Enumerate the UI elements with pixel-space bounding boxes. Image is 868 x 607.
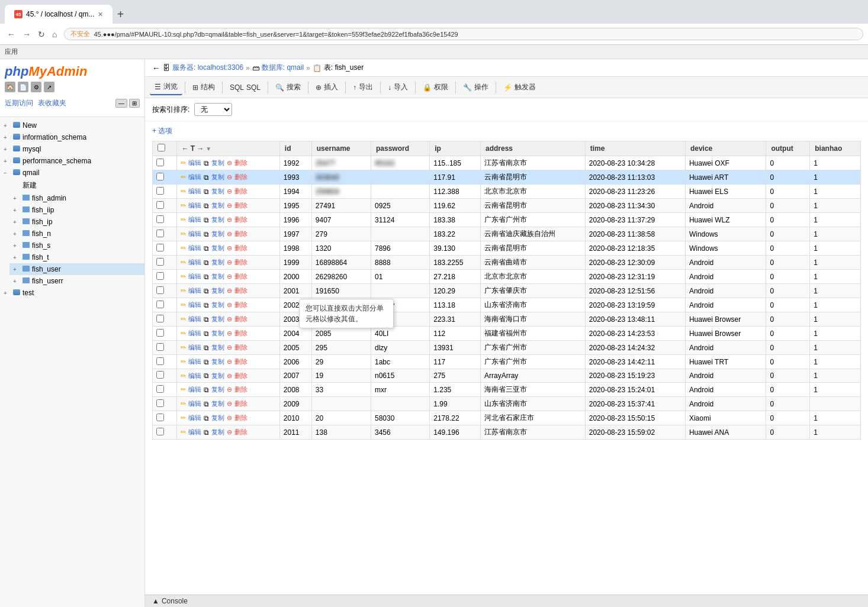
copy-button[interactable]: 复制 <box>210 159 226 167</box>
cell-password[interactable]: 01 <box>371 270 429 284</box>
tab-permissions-button[interactable]: 🔒 权限 <box>418 80 453 95</box>
cell-output[interactable]: 0 <box>766 341 810 355</box>
cell-id[interactable]: 2000 <box>279 270 311 284</box>
cell-bianhao[interactable] <box>810 397 861 411</box>
cell-address[interactable]: 云南省迪庆藏族自治州 <box>480 227 585 241</box>
cell-id[interactable]: 1998 <box>279 241 311 256</box>
cell-output[interactable]: 0 <box>766 298 810 312</box>
cell-bianhao[interactable]: 1 <box>810 355 861 369</box>
sidebar-item-fish-ip[interactable]: + fish_ip <box>9 216 144 228</box>
cell-password[interactable]: 31124 <box>371 213 429 227</box>
copy-button[interactable]: 复制 <box>210 173 226 182</box>
row-checkbox[interactable] <box>156 201 164 209</box>
cell-output[interactable]: 0 <box>766 170 810 185</box>
cell-bianhao[interactable]: 1 <box>810 213 861 227</box>
cell-id2[interactable]: 256804 <box>311 185 371 199</box>
cell-output[interactable]: 0 <box>766 425 810 440</box>
delete-button[interactable]: 删除 <box>233 399 249 408</box>
console-bar[interactable]: ▲ Console <box>145 595 868 607</box>
col-device[interactable]: device <box>685 141 766 156</box>
cell-id[interactable]: 2011 <box>279 425 311 440</box>
home-icon[interactable]: 🏠 <box>5 82 15 92</box>
cell-time[interactable]: 2020-08-23 14:42:11 <box>585 355 685 369</box>
col-id[interactable]: id <box>279 141 311 156</box>
cell-address[interactable]: 海南省三亚市 <box>480 383 585 397</box>
cell-password[interactable]: 95162 <box>371 156 429 170</box>
edit-button[interactable]: 编辑 <box>187 343 202 352</box>
col-ip[interactable]: ip <box>430 141 481 156</box>
row-checkbox[interactable] <box>156 399 164 407</box>
cell-output[interactable]: 0 <box>766 185 810 199</box>
cell-id2[interactable]: 9407 <box>311 213 371 227</box>
cell-output[interactable]: 0 <box>766 227 810 241</box>
cell-ip[interactable]: 13931 <box>430 341 481 355</box>
edit-button[interactable]: 编辑 <box>187 215 202 224</box>
cell-output[interactable]: 0 <box>766 256 810 270</box>
row-checkbox[interactable] <box>156 272 164 280</box>
row-checkbox[interactable] <box>156 187 164 195</box>
cell-address[interactable]: 云南省昆明市 <box>480 241 585 256</box>
cell-bianhao[interactable]: 1 <box>810 185 861 199</box>
col-address[interactable]: address <box>480 141 585 156</box>
row-checkbox[interactable] <box>156 230 164 237</box>
cell-password[interactable]: 0925 <box>371 199 429 213</box>
copy-button[interactable]: 复制 <box>210 201 226 210</box>
cell-device[interactable]: Huawei ART <box>685 170 766 185</box>
cell-output[interactable]: 0 <box>766 199 810 213</box>
delete-button[interactable]: 删除 <box>233 215 249 224</box>
edit-button[interactable]: 编辑 <box>187 301 202 309</box>
cell-address[interactable]: 山东省济南市 <box>480 298 585 312</box>
copy-button[interactable]: 复制 <box>210 272 226 281</box>
row-checkbox[interactable] <box>156 173 164 180</box>
cell-address[interactable]: 云南省昆明市 <box>480 199 585 213</box>
cell-id2[interactable]: 19 <box>311 369 371 383</box>
cell-ip[interactable]: 1.235 <box>430 383 481 397</box>
row-checkbox[interactable] <box>156 414 164 421</box>
copy-button[interactable]: 复制 <box>210 385 226 394</box>
cell-ip[interactable]: 112 <box>430 327 481 341</box>
docs-icon[interactable]: 📄 <box>18 82 28 92</box>
row-checkbox[interactable] <box>156 385 164 393</box>
cell-output[interactable]: 0 <box>766 397 810 411</box>
cell-device[interactable]: Android <box>685 341 766 355</box>
delete-button[interactable]: 删除 <box>233 272 249 281</box>
tab-operations-button[interactable]: 🔧 操作 <box>458 80 493 95</box>
copy-button[interactable]: 复制 <box>210 343 226 352</box>
cell-id2[interactable]: 191650 <box>311 284 371 298</box>
cell-password[interactable]: 1abc <box>371 355 429 369</box>
cell-address[interactable]: 北京市北京市 <box>480 270 585 284</box>
cell-password[interactable]: 3456 <box>371 425 429 440</box>
cell-ip[interactable]: 117.91 <box>430 170 481 185</box>
cell-device[interactable]: Windows <box>685 227 766 241</box>
cell-id2[interactable]: 20 <box>311 411 371 425</box>
cell-time[interactable]: 2020-08-23 11:34:30 <box>585 199 685 213</box>
tab-search-button[interactable]: 🔍 搜索 <box>271 80 306 95</box>
tab-insert-button[interactable]: ⊕ 插入 <box>311 80 343 95</box>
cell-time[interactable]: 2020-08-23 12:31:19 <box>585 270 685 284</box>
cell-ip[interactable]: 183.2255 <box>430 256 481 270</box>
delete-button[interactable]: 删除 <box>233 173 249 182</box>
copy-button[interactable]: 复制 <box>210 258 226 267</box>
edit-button[interactable]: 编辑 <box>187 414 202 422</box>
delete-button[interactable]: 删除 <box>233 258 249 267</box>
cell-address[interactable]: 河北省石家庄市 <box>480 411 585 425</box>
cell-ip[interactable]: 27.218 <box>430 270 481 284</box>
cell-id[interactable]: 1995 <box>279 199 311 213</box>
tab-import-button[interactable]: ↓ 导入 <box>383 80 413 95</box>
cell-time[interactable]: 2020-08-23 15:37:41 <box>585 397 685 411</box>
edit-button[interactable]: 编辑 <box>187 329 202 338</box>
sidebar-item-fish-admin[interactable]: + fish_admin <box>9 192 144 204</box>
cell-address[interactable]: 广东省广州市 <box>480 341 585 355</box>
cell-bianhao[interactable]: 1 <box>810 383 861 397</box>
cell-ip[interactable]: 117 <box>430 355 481 369</box>
cell-device[interactable]: Xiaomi <box>685 411 766 425</box>
options-link[interactable]: + 选项 <box>152 124 861 141</box>
cell-address[interactable]: 江苏省南京市 <box>480 156 585 170</box>
cell-output[interactable]: 0 <box>766 270 810 284</box>
cell-output[interactable]: 0 <box>766 369 810 383</box>
cell-password[interactable] <box>371 284 429 298</box>
cell-output[interactable]: 0 <box>766 241 810 256</box>
cell-password[interactable]: 58030 <box>371 411 429 425</box>
copy-button[interactable]: 复制 <box>210 215 226 224</box>
row-checkbox[interactable] <box>156 371 164 379</box>
